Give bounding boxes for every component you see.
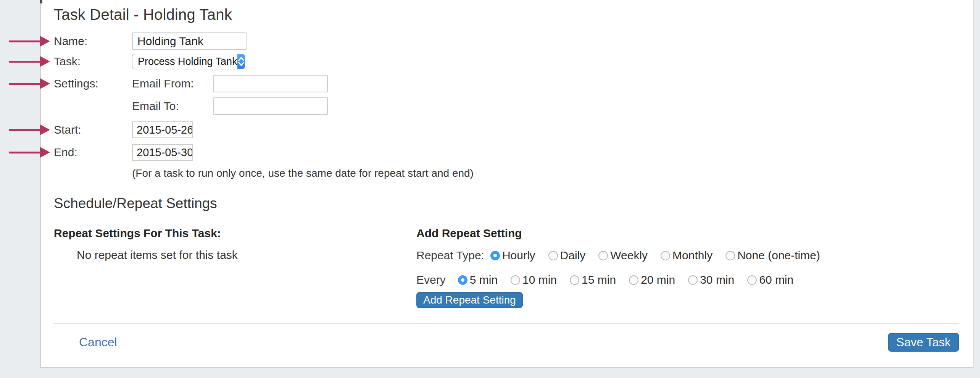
- email-to-row: Email To:: [132, 97, 328, 115]
- add-repeat-column: Add Repeat Setting Repeat Type: Hourly D…: [416, 227, 959, 308]
- page-background: Task Detail - Holding Tank Name: Task: P…: [0, 0, 980, 378]
- footer-divider: [54, 323, 959, 324]
- add-repeat-setting-button[interactable]: Add Repeat Setting: [416, 292, 523, 308]
- repeat-type-group: Repeat Type: Hourly Daily Weekly: [416, 249, 959, 262]
- task-row: Task: Process Holding Tank: [54, 54, 959, 69]
- radio-icon: [458, 275, 467, 285]
- radio-option-10-min[interactable]: 10 min: [511, 273, 557, 286]
- task-label: Task:: [54, 55, 132, 68]
- end-row: End:: [54, 144, 959, 161]
- radio-label: 20 min: [641, 273, 675, 286]
- every-label: Every: [416, 273, 446, 286]
- radio-icon: [661, 251, 670, 260]
- email-from-row: Email From:: [132, 75, 328, 92]
- radio-label: 10 min: [522, 273, 557, 286]
- radio-label: 60 min: [759, 273, 793, 286]
- save-task-button[interactable]: Save Task: [888, 333, 959, 352]
- email-from-input[interactable]: [213, 75, 328, 92]
- start-label: Start:: [54, 123, 132, 136]
- radio-label: None (one-time): [737, 249, 820, 262]
- name-label: Name:: [54, 35, 132, 48]
- up-down-chevrons-icon: [237, 54, 245, 69]
- radio-icon: [598, 251, 608, 260]
- radio-icon: [490, 251, 500, 260]
- radio-label: Weekly: [610, 249, 648, 262]
- name-row: Name:: [54, 32, 959, 50]
- radio-option-5-min[interactable]: 5 min: [458, 273, 498, 286]
- schedule-section-heading: Schedule/Repeat Settings: [54, 195, 959, 212]
- task-detail-panel: Task Detail - Holding Tank Name: Task: P…: [40, 0, 974, 368]
- radio-icon: [511, 275, 520, 285]
- radio-option-hourly[interactable]: Hourly: [490, 249, 535, 262]
- task-form: Name: Task: Process Holding Tank Settin: [54, 32, 959, 179]
- schedule-columns: Repeat Settings For This Task: No repeat…: [54, 227, 959, 308]
- no-repeats-message: No repeat items set for this task: [77, 249, 416, 261]
- add-repeat-heading: Add Repeat Setting: [416, 227, 959, 239]
- radio-icon: [747, 275, 757, 285]
- date-help-note: (For a task to run only once, use the sa…: [132, 168, 959, 179]
- page-title: Task Detail - Holding Tank: [54, 5, 959, 24]
- every-interval-group: Every 5 min 10 min 15 min: [416, 273, 959, 287]
- settings-subrows: Email From: Email To:: [132, 75, 328, 115]
- radio-label: Monthly: [672, 249, 712, 262]
- footer-bar: Cancel Save Task: [54, 333, 959, 352]
- radio-label: 15 min: [582, 273, 616, 286]
- panel-top-border-mark: [40, 0, 42, 3]
- name-input[interactable]: [132, 32, 247, 50]
- end-date-input[interactable]: [132, 144, 193, 161]
- radio-option-monthly[interactable]: Monthly: [661, 249, 712, 262]
- radio-option-weekly[interactable]: Weekly: [598, 249, 648, 262]
- radio-icon: [548, 251, 558, 260]
- task-select-value: Process Holding Tank: [132, 56, 237, 68]
- radio-label: 5 min: [470, 273, 498, 286]
- radio-option-none-one-time[interactable]: None (one-time): [725, 249, 820, 262]
- radio-option-15-min[interactable]: 15 min: [570, 273, 616, 286]
- radio-label: 30 min: [700, 273, 734, 286]
- radio-label: Hourly: [502, 249, 535, 262]
- task-select[interactable]: Process Holding Tank: [132, 54, 242, 69]
- repeat-type-label: Repeat Type:: [416, 249, 484, 262]
- radio-icon: [629, 275, 638, 285]
- start-date-input[interactable]: [132, 121, 193, 138]
- end-label: End:: [54, 146, 132, 159]
- existing-repeats-column: Repeat Settings For This Task: No repeat…: [54, 227, 416, 308]
- radio-option-60-min[interactable]: 60 min: [747, 273, 793, 286]
- radio-icon: [570, 275, 579, 285]
- radio-label: Daily: [560, 249, 586, 262]
- settings-row: Settings: Email From: Email To:: [54, 75, 959, 115]
- cancel-link[interactable]: Cancel: [79, 335, 117, 349]
- radio-icon: [688, 275, 698, 285]
- radio-icon: [725, 251, 735, 260]
- email-to-label: Email To:: [132, 100, 213, 113]
- radio-option-30-min[interactable]: 30 min: [688, 273, 734, 286]
- radio-option-20-min[interactable]: 20 min: [629, 273, 675, 286]
- email-to-input[interactable]: [213, 97, 328, 115]
- radio-option-daily[interactable]: Daily: [548, 249, 586, 262]
- settings-label: Settings:: [54, 75, 132, 92]
- email-from-label: Email From:: [132, 77, 213, 90]
- start-row: Start:: [54, 121, 959, 138]
- existing-repeats-heading: Repeat Settings For This Task:: [54, 227, 416, 239]
